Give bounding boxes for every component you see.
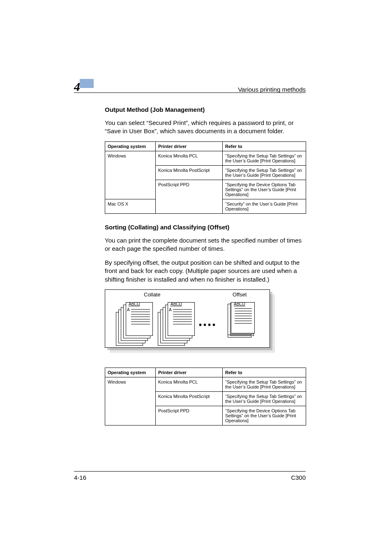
- table-row: Windows Konica Minolta PCL “Specifying t…: [105, 377, 306, 391]
- page-sheet: ABCD A: [168, 302, 195, 336]
- offset-sheet: ABCD: [231, 302, 255, 333]
- cell-os: Windows: [105, 151, 156, 199]
- th-driver: Printer driver: [156, 368, 223, 377]
- cell-refer: “Specifying the Setup Tab Settings” on t…: [223, 391, 306, 406]
- cell-driver: Konica Minolta PostScript: [156, 391, 223, 406]
- cell-refer: “Specifying the Setup Tab Settings” on t…: [223, 151, 306, 165]
- cell-os: Windows: [105, 377, 156, 425]
- chapter-number-badge: 4: [74, 81, 80, 93]
- collate-offset-figure: Collate Offset ABCD A: [105, 289, 270, 348]
- page-number: 4-16: [74, 474, 86, 481]
- table-row: Windows Konica Minolta PCL “Specifying t…: [105, 151, 306, 165]
- page-content: Output Method (Job Management) You can s…: [105, 106, 306, 435]
- cell-os: Mac OS X: [105, 199, 156, 213]
- cell-driver: PostScript PPD: [156, 180, 223, 213]
- th-driver: Printer driver: [156, 141, 223, 151]
- side-label: A: [169, 308, 172, 312]
- sorting-heading: Sorting (Collating) and Classifying (Off…: [105, 224, 306, 231]
- th-os: Operating system: [105, 141, 156, 151]
- sorting-para1: You can print the complete document sets…: [105, 236, 306, 253]
- chapter-accent: [80, 79, 94, 88]
- figure-label-collate: Collate: [144, 291, 160, 298]
- cell-refer: “Specifying the Setup Tab Settings” on t…: [223, 377, 306, 391]
- th-os: Operating system: [105, 368, 156, 377]
- output-method-table: Operating system Printer driver Refer to…: [105, 141, 306, 214]
- th-refer: Refer to: [223, 141, 306, 151]
- page-header: 4 Various printing methods: [74, 81, 306, 93]
- page-footer: 4-16 C300: [74, 471, 306, 481]
- cell-refer: “Specifying the Setup Tab Settings” on t…: [223, 165, 306, 180]
- cell-driver: PostScript PPD: [156, 406, 223, 425]
- footer-row: 4-16 C300: [74, 474, 306, 481]
- ellipsis-icon: ••••: [199, 320, 217, 330]
- page-lines-icon: [173, 309, 192, 326]
- th-refer: Refer to: [223, 368, 306, 377]
- cell-driver: Konica Minolta PCL: [156, 151, 223, 165]
- figure-label-offset: Offset: [233, 291, 247, 298]
- footer-divider: [74, 471, 306, 472]
- cell-refer: “Specifying the Device Options Tab Setti…: [223, 180, 306, 199]
- cell-driver: Konica Minolta PostScript: [156, 165, 223, 180]
- cell-driver: Konica Minolta PCL: [156, 377, 223, 391]
- cell-refer: “Security” on the User’s Guide [Print Op…: [223, 199, 306, 213]
- page-container: 4 Various printing methods Output Method…: [0, 0, 392, 555]
- page-sheet: ABCD A: [126, 302, 153, 336]
- output-method-heading: Output Method (Job Management): [105, 106, 306, 113]
- sorting-para2: By specifying offset, the output positio…: [105, 259, 306, 284]
- doc-title: ABCD: [171, 302, 182, 306]
- chapter-number: 4: [74, 81, 80, 93]
- sorting-table: Operating system Printer driver Refer to…: [105, 368, 306, 426]
- side-label: A: [127, 308, 130, 312]
- section-title: Various printing methods: [238, 86, 306, 93]
- page-lines-icon: [235, 308, 252, 326]
- doc-title: ABCD: [129, 302, 140, 306]
- table-header-row: Operating system Printer driver Refer to: [105, 141, 306, 151]
- model-name: C300: [291, 474, 306, 481]
- doc-title: ABCD: [234, 302, 245, 306]
- output-method-paragraph: You can select “Secured Print”, which re…: [105, 119, 306, 136]
- header-divider: [74, 92, 306, 93]
- spacer: [105, 351, 306, 368]
- cell-refer: “Specifying the Device Options Tab Setti…: [223, 406, 306, 425]
- page-lines-icon: [131, 309, 150, 326]
- table-header-row: Operating system Printer driver Refer to: [105, 368, 306, 377]
